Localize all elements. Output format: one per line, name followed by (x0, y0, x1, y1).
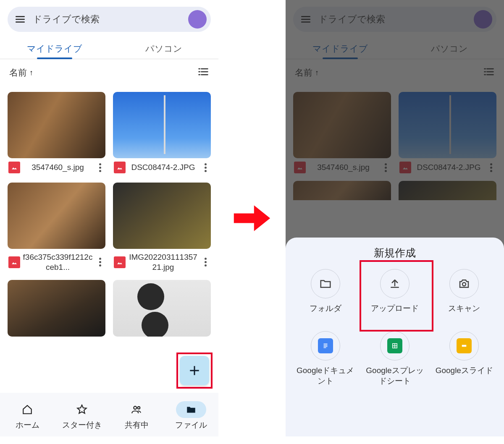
tab-pc[interactable]: パソコン (109, 38, 218, 59)
tabs: マイドライブ パソコン (0, 38, 218, 59)
file-item[interactable]: 3547460_s.jpg (8, 92, 105, 173)
search-bar[interactable]: ドライブで検索 (8, 7, 211, 32)
svg-rect-3 (462, 345, 467, 347)
more-icon[interactable] (201, 163, 210, 172)
nav-home[interactable]: ホーム (0, 395, 55, 436)
file-name: IMG20220311135721.jpg (128, 252, 198, 272)
sort-row[interactable]: 名前 ↑ (0, 59, 218, 80)
view-toggle-icon[interactable] (197, 66, 209, 79)
action-docs[interactable]: Googleドキュメント (294, 331, 357, 386)
sort-arrow-icon: ↑ (29, 68, 33, 77)
slides-icon (449, 331, 479, 360)
action-label: Googleドキュメント (294, 366, 357, 386)
docs-icon (311, 331, 340, 360)
fab-new-button[interactable] (180, 356, 209, 385)
image-icon (8, 256, 20, 268)
image-icon (114, 256, 126, 268)
search-placeholder: ドライブで検索 (33, 13, 188, 26)
nav-label: 共有中 (125, 420, 149, 431)
nav-files[interactable]: ファイル (164, 395, 218, 436)
nav-label: スター付き (62, 420, 102, 431)
camera-icon (449, 269, 479, 298)
svg-point-2 (462, 282, 466, 286)
more-icon[interactable] (201, 258, 210, 266)
file-grid: 3547460_s.jpg DSC08474-2.JPG f36c375c339… (0, 80, 218, 272)
thumbnail[interactable] (8, 280, 105, 337)
file-item[interactable]: DSC08474-2.JPG (113, 92, 211, 173)
action-scan[interactable]: スキャン (433, 269, 496, 324)
right-screen: ドライブで検索 マイドライブ パソコン 名前 ↑ 3547460_s.jpg D… (286, 0, 504, 436)
image-icon (114, 162, 126, 173)
menu-icon[interactable] (13, 13, 27, 26)
nav-starred[interactable]: スター付き (55, 395, 109, 436)
action-sheets[interactable]: Googleスプレッドシート (363, 331, 426, 386)
file-item[interactable]: IMG20220311135721.jpg (113, 183, 211, 272)
thumbnail (113, 183, 211, 249)
more-icon[interactable] (95, 163, 105, 172)
arrow-icon (230, 0, 274, 436)
action-slides[interactable]: Googleスライド (433, 331, 496, 386)
sort-label: 名前 (9, 67, 27, 78)
folder-icon (311, 269, 340, 298)
bottom-nav: ホーム スター付き 共有中 ファイル (0, 393, 218, 436)
action-label: Googleスプレッドシート (363, 366, 426, 386)
nav-shared[interactable]: 共有中 (109, 395, 164, 436)
nav-label: ホーム (16, 420, 39, 431)
file-item[interactable]: f36c375c339f1212cceb1... (8, 183, 105, 272)
thumbnail (8, 92, 105, 158)
thumbnail (113, 92, 211, 158)
image-icon (8, 162, 20, 173)
sheet-title: 新規作成 (286, 246, 504, 260)
file-name: DSC08474-2.JPG (128, 162, 198, 172)
thumbnail (8, 183, 105, 249)
sheets-icon (380, 331, 410, 360)
new-bottom-sheet: 新規作成 フォルダ アップロード スキャン (286, 238, 504, 436)
file-grid-partial (0, 272, 218, 337)
action-label: スキャン (448, 303, 480, 324)
upload-highlight (360, 260, 433, 332)
tab-mydrive[interactable]: マイドライブ (0, 38, 109, 59)
file-name: 3547460_s.jpg (23, 162, 93, 172)
action-label: Googleスライド (436, 366, 493, 386)
avatar[interactable] (188, 10, 207, 29)
thumbnail[interactable] (113, 280, 211, 337)
more-icon[interactable] (95, 258, 105, 266)
action-label: フォルダ (310, 303, 341, 324)
nav-label: ファイル (175, 420, 207, 431)
left-screen: ドライブで検索 マイドライブ パソコン 名前 ↑ 3547460_s.jpg D… (0, 0, 218, 436)
action-folder[interactable]: フォルダ (294, 269, 357, 324)
svg-point-0 (134, 406, 136, 409)
file-name: f36c375c339f1212cceb1... (23, 252, 93, 272)
svg-point-1 (138, 407, 140, 409)
